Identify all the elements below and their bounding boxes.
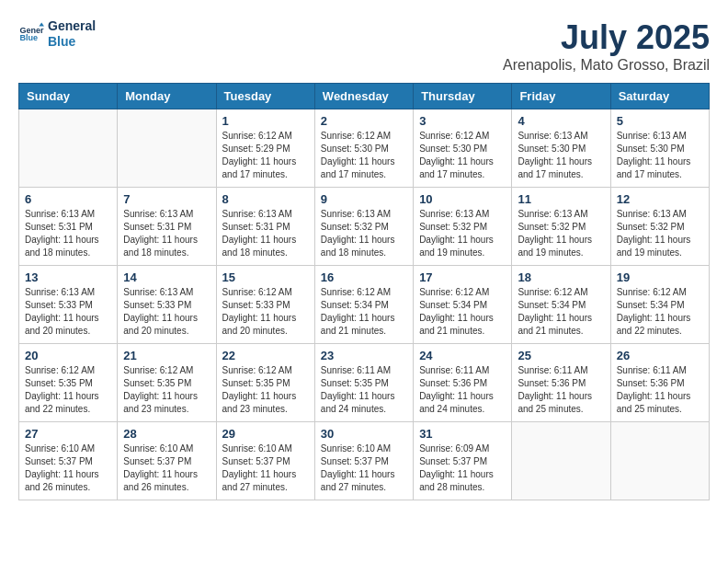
calendar-cell: 11Sunrise: 6:13 AM Sunset: 5:32 PM Dayli… [512,188,610,266]
day-number: 27 [25,427,111,441]
week-row-4: 20Sunrise: 6:12 AM Sunset: 5:35 PM Dayli… [19,344,710,422]
logo-line2: Blue [48,34,96,50]
day-info: Sunrise: 6:11 AM Sunset: 5:36 PM Dayligh… [419,364,506,416]
day-number: 19 [617,270,703,284]
day-number: 1 [222,114,309,128]
svg-text:Blue: Blue [19,33,38,42]
day-info: Sunrise: 6:13 AM Sunset: 5:31 PM Dayligh… [222,208,309,259]
day-number: 6 [25,192,111,206]
day-info: Sunrise: 6:11 AM Sunset: 5:36 PM Dayligh… [617,364,703,416]
day-number: 22 [222,349,309,362]
calendar-cell: 18Sunrise: 6:12 AM Sunset: 5:34 PM Dayli… [512,266,610,344]
day-info: Sunrise: 6:13 AM Sunset: 5:32 PM Dayligh… [617,208,703,259]
day-info: Sunrise: 6:10 AM Sunset: 5:37 PM Dayligh… [222,442,309,494]
svg-marker-2 [39,22,44,26]
day-number: 28 [123,427,210,441]
day-number: 30 [321,427,407,441]
day-number: 4 [518,114,604,128]
day-number: 25 [518,349,604,362]
day-info: Sunrise: 6:13 AM Sunset: 5:32 PM Dayligh… [321,208,407,259]
calendar-cell: 28Sunrise: 6:10 AM Sunset: 5:37 PM Dayli… [118,422,216,500]
day-number: 13 [25,270,111,284]
day-number: 3 [419,114,506,128]
day-number: 18 [518,270,604,284]
day-number: 20 [25,349,111,362]
day-info: Sunrise: 6:13 AM Sunset: 5:30 PM Dayligh… [518,130,604,181]
day-number: 10 [419,192,506,206]
day-info: Sunrise: 6:12 AM Sunset: 5:35 PM Dayligh… [222,364,309,416]
day-info: Sunrise: 6:12 AM Sunset: 5:34 PM Dayligh… [518,286,604,338]
day-info: Sunrise: 6:12 AM Sunset: 5:34 PM Dayligh… [321,286,407,338]
calendar-cell: 21Sunrise: 6:12 AM Sunset: 5:35 PM Dayli… [118,344,216,422]
week-row-2: 6Sunrise: 6:13 AM Sunset: 5:31 PM Daylig… [19,188,710,266]
logo: General Blue General Blue [18,18,96,50]
calendar-cell: 27Sunrise: 6:10 AM Sunset: 5:37 PM Dayli… [19,422,118,500]
calendar-cell: 31Sunrise: 6:09 AM Sunset: 5:37 PM Dayli… [414,422,512,500]
calendar-cell: 12Sunrise: 6:13 AM Sunset: 5:32 PM Dayli… [610,188,709,266]
logo-line1: General [48,18,96,34]
weekday-header-wednesday: Wednesday [314,84,413,109]
week-row-3: 13Sunrise: 6:13 AM Sunset: 5:33 PM Dayli… [19,266,710,344]
day-number: 14 [123,270,210,284]
day-info: Sunrise: 6:13 AM Sunset: 5:30 PM Dayligh… [617,130,703,181]
calendar-cell: 10Sunrise: 6:13 AM Sunset: 5:32 PM Dayli… [414,188,512,266]
subtitle: Arenapolis, Mato Grosso, Brazil [503,57,710,74]
day-info: Sunrise: 6:12 AM Sunset: 5:29 PM Dayligh… [222,130,309,181]
calendar-cell: 5Sunrise: 6:13 AM Sunset: 5:30 PM Daylig… [610,109,709,188]
title-area: July 2025 Arenapolis, Mato Grosso, Brazi… [503,18,710,74]
weekday-header-friday: Friday [512,84,610,109]
day-info: Sunrise: 6:13 AM Sunset: 5:33 PM Dayligh… [25,286,111,338]
calendar-cell: 13Sunrise: 6:13 AM Sunset: 5:33 PM Dayli… [19,266,118,344]
day-info: Sunrise: 6:13 AM Sunset: 5:32 PM Dayligh… [419,208,506,259]
calendar-cell: 14Sunrise: 6:13 AM Sunset: 5:33 PM Dayli… [118,266,216,344]
day-number: 31 [419,427,506,441]
day-number: 16 [321,270,407,284]
logo-icon: General Blue [18,21,44,47]
day-number: 7 [123,192,210,206]
calendar-cell: 7Sunrise: 6:13 AM Sunset: 5:31 PM Daylig… [118,188,216,266]
day-info: Sunrise: 6:13 AM Sunset: 5:31 PM Dayligh… [25,208,111,259]
day-info: Sunrise: 6:12 AM Sunset: 5:35 PM Dayligh… [123,364,210,416]
calendar-cell: 4Sunrise: 6:13 AM Sunset: 5:30 PM Daylig… [512,109,610,188]
calendar-cell: 20Sunrise: 6:12 AM Sunset: 5:35 PM Dayli… [19,344,118,422]
day-number: 21 [123,349,210,362]
day-info: Sunrise: 6:12 AM Sunset: 5:30 PM Dayligh… [419,130,506,181]
week-row-5: 27Sunrise: 6:10 AM Sunset: 5:37 PM Dayli… [19,422,710,500]
calendar-cell: 15Sunrise: 6:12 AM Sunset: 5:33 PM Dayli… [216,266,314,344]
day-info: Sunrise: 6:13 AM Sunset: 5:33 PM Dayligh… [123,286,210,338]
weekday-header-sunday: Sunday [19,84,118,109]
day-number: 24 [419,349,506,362]
day-info: Sunrise: 6:12 AM Sunset: 5:33 PM Dayligh… [222,286,309,338]
day-info: Sunrise: 6:13 AM Sunset: 5:31 PM Dayligh… [123,208,210,259]
day-info: Sunrise: 6:10 AM Sunset: 5:37 PM Dayligh… [123,442,210,494]
calendar-cell: 1Sunrise: 6:12 AM Sunset: 5:29 PM Daylig… [216,109,314,188]
calendar-table: SundayMondayTuesdayWednesdayThursdayFrid… [18,83,710,500]
calendar-cell: 19Sunrise: 6:12 AM Sunset: 5:34 PM Dayli… [610,266,709,344]
day-number: 23 [321,349,407,362]
day-number: 9 [321,192,407,206]
day-info: Sunrise: 6:11 AM Sunset: 5:36 PM Dayligh… [518,364,604,416]
calendar-cell: 23Sunrise: 6:11 AM Sunset: 5:35 PM Dayli… [314,344,413,422]
calendar-cell: 2Sunrise: 6:12 AM Sunset: 5:30 PM Daylig… [314,109,413,188]
day-info: Sunrise: 6:11 AM Sunset: 5:35 PM Dayligh… [321,364,407,416]
calendar-cell: 3Sunrise: 6:12 AM Sunset: 5:30 PM Daylig… [414,109,512,188]
calendar-cell: 25Sunrise: 6:11 AM Sunset: 5:36 PM Dayli… [512,344,610,422]
header: General Blue General Blue July 2025 Aren… [18,18,710,74]
calendar-cell: 16Sunrise: 6:12 AM Sunset: 5:34 PM Dayli… [314,266,413,344]
calendar-cell: 9Sunrise: 6:13 AM Sunset: 5:32 PM Daylig… [314,188,413,266]
calendar-cell [610,422,709,500]
calendar-cell: 29Sunrise: 6:10 AM Sunset: 5:37 PM Dayli… [216,422,314,500]
day-info: Sunrise: 6:12 AM Sunset: 5:34 PM Dayligh… [419,286,506,338]
day-info: Sunrise: 6:12 AM Sunset: 5:35 PM Dayligh… [25,364,111,416]
day-number: 17 [419,270,506,284]
day-info: Sunrise: 6:13 AM Sunset: 5:32 PM Dayligh… [518,208,604,259]
weekday-header-monday: Monday [118,84,216,109]
calendar-cell: 24Sunrise: 6:11 AM Sunset: 5:36 PM Dayli… [414,344,512,422]
day-number: 12 [617,192,703,206]
calendar-cell [19,109,118,188]
calendar-cell: 6Sunrise: 6:13 AM Sunset: 5:31 PM Daylig… [19,188,118,266]
calendar-cell [118,109,216,188]
day-info: Sunrise: 6:12 AM Sunset: 5:30 PM Dayligh… [321,130,407,181]
day-number: 15 [222,270,309,284]
main-title: July 2025 [503,18,710,57]
